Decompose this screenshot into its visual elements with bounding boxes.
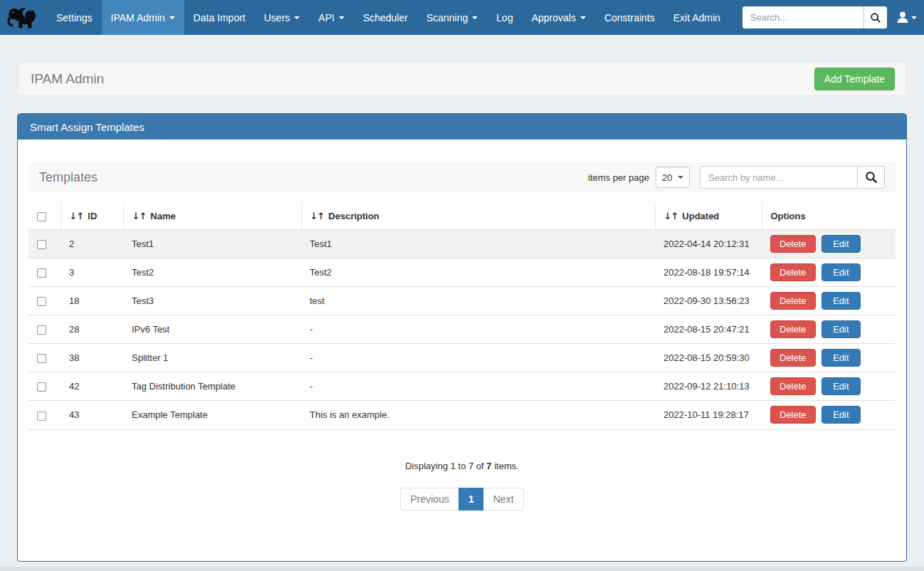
delete-button[interactable]: Delete bbox=[770, 349, 816, 367]
table-row: 28 IPv6 Test - 2022-08-15 20:47:21 Delet… bbox=[28, 315, 896, 344]
cell-id: 28 bbox=[61, 315, 123, 344]
table-header-row: ↓↑ID↓↑Name↓↑Description↓↑UpdatedOptions bbox=[28, 203, 896, 230]
delete-button[interactable]: Delete bbox=[770, 263, 816, 281]
edit-button[interactable]: Edit bbox=[821, 406, 860, 424]
cell-id: 42 bbox=[61, 372, 123, 401]
pagination-page-1-button[interactable]: 1 bbox=[458, 488, 484, 510]
chevron-down-icon bbox=[472, 16, 478, 19]
navbar-menu: Settings IPAM Admin Data Import Users AP… bbox=[47, 0, 730, 35]
row-checkbox[interactable] bbox=[37, 382, 46, 392]
cell-description: - bbox=[301, 315, 655, 344]
sort-icon[interactable]: ↓↑ bbox=[664, 211, 678, 221]
row-checkbox[interactable] bbox=[37, 268, 46, 278]
nav-item-log[interactable]: Log bbox=[487, 0, 522, 35]
pagination-previous-button[interactable]: Previous bbox=[400, 488, 458, 510]
column-header-updated: ↓↑Updated bbox=[655, 203, 762, 230]
cell-description: Test2 bbox=[301, 258, 655, 287]
navbar-search-input[interactable] bbox=[742, 6, 863, 28]
column-header-options: Options bbox=[762, 203, 896, 230]
column-header-name: ↓↑Name bbox=[123, 203, 301, 230]
edit-button[interactable]: Edit bbox=[821, 235, 860, 253]
row-checkbox[interactable] bbox=[37, 240, 46, 249]
row-select-cell bbox=[28, 401, 61, 429]
row-checkbox[interactable] bbox=[37, 325, 46, 335]
navbar-search-group bbox=[742, 6, 887, 28]
nav-item-constraints[interactable]: Constraints bbox=[595, 0, 664, 35]
search-icon bbox=[870, 12, 881, 23]
cell-options: Delete Edit bbox=[762, 401, 896, 429]
navbar-search-button[interactable] bbox=[863, 6, 887, 28]
row-select-cell bbox=[28, 315, 61, 344]
sort-icon[interactable]: ↓↑ bbox=[132, 211, 147, 221]
row-checkbox[interactable] bbox=[37, 412, 46, 421]
table-body: 2 Test1 Test1 2022-04-14 20:12:31 Delete… bbox=[28, 230, 896, 429]
row-checkbox[interactable] bbox=[37, 297, 46, 306]
nav-item-settings[interactable]: Settings bbox=[47, 0, 102, 35]
cell-name: Test3 bbox=[123, 287, 301, 315]
sort-icon[interactable]: ↓↑ bbox=[310, 211, 325, 221]
edit-button[interactable]: Edit bbox=[821, 349, 860, 367]
templates-table: ↓↑ID↓↑Name↓↑Description↓↑UpdatedOptions … bbox=[28, 203, 896, 430]
add-template-button[interactable]: Add Template bbox=[814, 68, 895, 90]
pagination-wrap: Previous 1 Next bbox=[28, 488, 896, 510]
delete-button[interactable]: Delete bbox=[770, 235, 816, 253]
search-by-name-input[interactable] bbox=[700, 166, 858, 189]
page-header-bar: IPAM Admin Add Template bbox=[17, 62, 907, 96]
nav-item-users[interactable]: Users bbox=[255, 0, 310, 35]
delete-button[interactable]: Delete bbox=[770, 377, 816, 395]
row-select-cell bbox=[28, 344, 61, 372]
edit-button[interactable]: Edit bbox=[821, 263, 860, 281]
edit-button[interactable]: Edit bbox=[821, 320, 860, 338]
search-icon bbox=[865, 171, 878, 184]
summary-total: 7 bbox=[486, 461, 491, 471]
cell-description: - bbox=[301, 372, 655, 401]
nav-item-approvals[interactable]: Approvals bbox=[523, 0, 595, 35]
user-menu[interactable] bbox=[897, 11, 917, 23]
row-select-cell bbox=[28, 372, 61, 401]
delete-button[interactable]: Delete bbox=[770, 320, 816, 338]
panel-content: Templates items per page 20 bbox=[18, 140, 906, 561]
cell-updated: 2022-08-18 19:57:14 bbox=[655, 258, 762, 287]
cell-updated: 2022-08-15 20:47:21 bbox=[655, 315, 762, 344]
cell-name: Test1 bbox=[123, 230, 301, 258]
nav-item-exit-admin[interactable]: Exit Admin bbox=[664, 0, 730, 35]
cell-description: test bbox=[301, 287, 655, 315]
pagination-next-button[interactable]: Next bbox=[483, 488, 524, 510]
delete-button[interactable]: Delete bbox=[770, 292, 816, 310]
edit-button[interactable]: Edit bbox=[821, 377, 860, 395]
cell-id: 2 bbox=[61, 230, 123, 258]
nav-item-api[interactable]: API bbox=[309, 0, 354, 35]
table-row: 2 Test1 Test1 2022-04-14 20:12:31 Delete… bbox=[28, 230, 896, 258]
items-per-page-value: 20 bbox=[662, 172, 672, 183]
cell-id: 18 bbox=[61, 287, 123, 315]
page-title: IPAM Admin bbox=[31, 71, 104, 87]
cell-updated: 2022-04-14 20:12:31 bbox=[655, 230, 762, 258]
cell-name: Tag Distribution Template bbox=[123, 372, 301, 401]
navbar-right bbox=[742, 0, 924, 35]
pagination: Previous 1 Next bbox=[400, 488, 523, 510]
nav-item-data-import[interactable]: Data Import bbox=[184, 0, 255, 35]
items-per-page-select[interactable]: 20 bbox=[656, 167, 690, 188]
chevron-down-icon bbox=[169, 16, 175, 19]
cell-name: Test2 bbox=[123, 258, 301, 287]
edit-button[interactable]: Edit bbox=[821, 292, 860, 310]
cell-name: Example Template bbox=[123, 401, 301, 429]
nav-item-ipam-admin[interactable]: IPAM Admin bbox=[102, 0, 184, 35]
cell-options: Delete Edit bbox=[762, 372, 896, 401]
cell-description: - bbox=[301, 344, 655, 372]
table-row: 42 Tag Distribution Template - 2022-09-1… bbox=[28, 372, 896, 401]
row-select-cell bbox=[28, 230, 61, 258]
select-all-checkbox[interactable] bbox=[37, 212, 46, 221]
sort-icon[interactable]: ↓↑ bbox=[70, 211, 84, 221]
brand-logo[interactable] bbox=[0, 0, 47, 35]
row-select-cell bbox=[28, 287, 61, 315]
cell-description: Test1 bbox=[301, 230, 655, 258]
bottom-strip bbox=[0, 567, 924, 571]
templates-title: Templates bbox=[39, 170, 98, 185]
nav-item-scheduler[interactable]: Scheduler bbox=[354, 0, 417, 35]
row-select-cell bbox=[28, 258, 61, 287]
nav-item-scanning[interactable]: Scanning bbox=[417, 0, 487, 35]
search-by-name-button[interactable] bbox=[857, 166, 885, 189]
row-checkbox[interactable] bbox=[37, 354, 46, 363]
delete-button[interactable]: Delete bbox=[770, 406, 816, 424]
